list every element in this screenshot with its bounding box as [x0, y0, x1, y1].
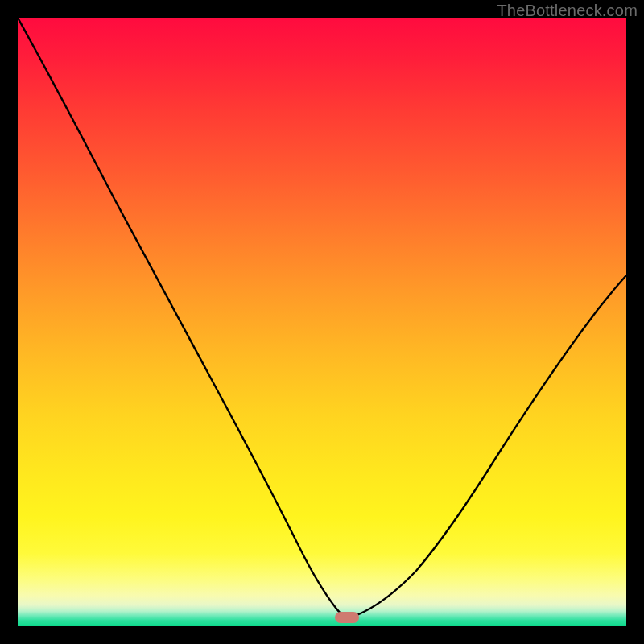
- bottleneck-marker: [335, 612, 359, 623]
- curve-path: [18, 18, 626, 617]
- plot-area: [18, 18, 626, 626]
- chart-frame: TheBottleneck.com: [0, 0, 644, 644]
- bottleneck-curve: [18, 18, 626, 626]
- attribution-label: TheBottleneck.com: [497, 2, 638, 20]
